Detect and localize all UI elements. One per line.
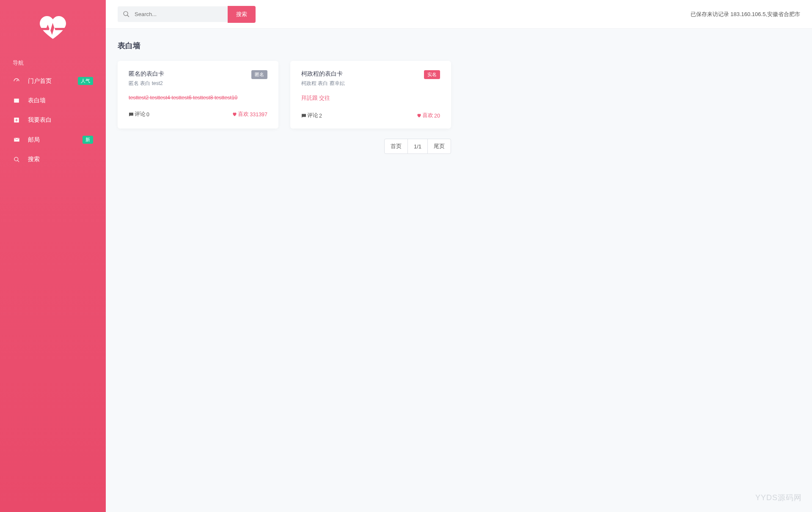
confession-card[interactable]: 匿名的表白卡 匿名 表白 test2 匿名 testtest2 testtest… [118, 61, 278, 129]
dashboard-icon [13, 77, 20, 85]
card-body: testtest2 testtest4 testtest6 testtest8 … [129, 95, 267, 101]
like-stat[interactable]: 喜欢331397 [232, 111, 267, 118]
content: 表白墙 匿名的表白卡 匿名 表白 test2 匿名 testtest2 test… [106, 29, 812, 166]
sidebar-item-search[interactable]: 搜索 [0, 150, 106, 169]
page-current: 1/1 [407, 139, 428, 154]
nav-heading: 导航 [0, 55, 106, 71]
main: 搜索 已保存来访记录 183.160.106.5,安徽省合肥市 表白墙 匿名的表… [106, 0, 812, 166]
wall-icon [13, 97, 20, 104]
search-button[interactable]: 搜索 [228, 6, 256, 23]
comment-icon [301, 113, 306, 118]
like-stat[interactable]: 喜欢20 [417, 112, 440, 119]
sidebar-item-label: 表白墙 [28, 97, 93, 104]
svg-point-3 [124, 11, 128, 16]
card-title: 匿名的表白卡 [129, 70, 164, 78]
sidebar-item-mail[interactable]: 邮局 新 [0, 130, 106, 150]
confession-card[interactable]: 柯政程的表白卡 柯政程 表白 蔡幸妘 实名 拜託跟 交往 评论2 喜欢20 [290, 61, 451, 129]
page-last-button[interactable]: 尾页 [427, 139, 451, 154]
svg-rect-0 [14, 99, 19, 102]
badge-new: 新 [83, 136, 93, 144]
logo[interactable] [0, 0, 106, 55]
sidebar-item-wall[interactable]: 表白墙 [0, 91, 106, 110]
card-title: 柯政程的表白卡 [301, 70, 345, 78]
sidebar-item-confess[interactable]: 我要表白 [0, 110, 106, 130]
comment-icon [129, 112, 134, 117]
pagination: 首页 1/1 尾页 [118, 139, 451, 154]
heart-icon [417, 113, 421, 118]
page-first-button[interactable]: 首页 [384, 139, 408, 154]
comment-stat[interactable]: 评论2 [301, 112, 322, 119]
topbar: 搜索 已保存来访记录 183.160.106.5,安徽省合肥市 [106, 0, 812, 29]
sidebar-item-home[interactable]: 门户首页 人气 [0, 71, 106, 91]
search-form: 搜索 [118, 6, 256, 23]
heart-icon [232, 112, 237, 117]
badge-popular: 人气 [78, 77, 93, 85]
sidebar: 导航 门户首页 人气 表白墙 我要表白 邮局 新 搜索 [0, 0, 106, 512]
page-title: 表白墙 [118, 41, 800, 51]
search-icon [13, 156, 20, 163]
svg-point-2 [14, 157, 18, 161]
mail-icon [13, 136, 20, 144]
anonymous-tag: 匿名 [251, 70, 267, 79]
card-body: 拜託跟 交往 [301, 95, 440, 102]
search-input[interactable] [118, 6, 228, 22]
watermark: YYDS源码网 [755, 493, 802, 503]
visit-info: 已保存来访记录 183.160.106.5,安徽省合肥市 [691, 11, 800, 18]
realname-tag: 实名 [424, 70, 440, 79]
comment-stat[interactable]: 评论0 [129, 111, 149, 118]
heart-pulse-icon [40, 16, 66, 39]
plus-box-icon [13, 116, 20, 124]
sidebar-item-label: 邮局 [28, 136, 83, 144]
card-subtitle: 柯政程 表白 蔡幸妘 [301, 80, 345, 87]
sidebar-item-label: 我要表白 [28, 116, 93, 124]
card-list: 匿名的表白卡 匿名 表白 test2 匿名 testtest2 testtest… [118, 61, 800, 129]
card-subtitle: 匿名 表白 test2 [129, 80, 164, 87]
search-icon [123, 11, 130, 18]
sidebar-item-label: 门户首页 [28, 77, 78, 85]
sidebar-item-label: 搜索 [28, 156, 93, 163]
